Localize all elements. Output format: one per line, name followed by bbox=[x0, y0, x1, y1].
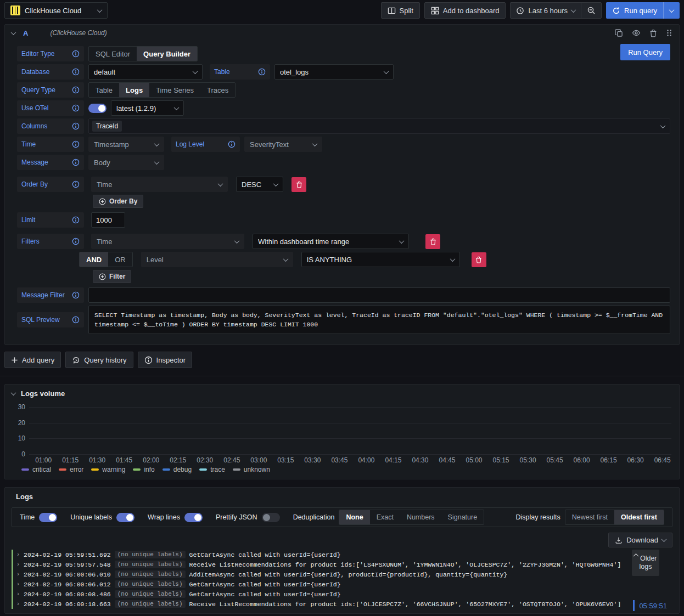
info-icon[interactable] bbox=[72, 122, 80, 130]
hide-query-eye-icon[interactable] bbox=[632, 29, 641, 37]
option-table[interactable]: Table bbox=[89, 83, 119, 97]
panel-run-query-button[interactable]: Run Query bbox=[620, 44, 670, 60]
log-row[interactable]: ›2024-02-19 06:00:18.663(no unique label… bbox=[12, 599, 672, 609]
info-icon[interactable] bbox=[72, 316, 80, 324]
collapse-logs-volume-icon[interactable] bbox=[11, 390, 16, 395]
y-axis-tick: 30 bbox=[18, 403, 25, 411]
collapse-query-icon[interactable] bbox=[11, 30, 16, 35]
limit-input[interactable]: 1000 bbox=[91, 212, 125, 228]
remove-filter1-button[interactable] bbox=[425, 234, 440, 249]
display-results-label: Display results bbox=[515, 513, 560, 521]
legend-item-debug[interactable]: debug bbox=[162, 466, 192, 473]
option-and[interactable]: AND bbox=[80, 252, 108, 267]
run-query-dropdown[interactable] bbox=[664, 2, 680, 19]
option-query-builder[interactable]: Query Builder bbox=[137, 47, 197, 61]
info-icon[interactable] bbox=[72, 159, 80, 166]
info-icon[interactable] bbox=[72, 238, 80, 245]
order-by-field-select[interactable]: Time bbox=[91, 177, 228, 192]
inspector-button[interactable]: Inspector bbox=[138, 352, 192, 368]
option-traces[interactable]: Traces bbox=[200, 83, 235, 97]
info-icon[interactable] bbox=[72, 68, 80, 76]
add-order-by-button[interactable]: Order By bbox=[93, 195, 143, 208]
wrap-lines-toggle[interactable] bbox=[184, 513, 203, 522]
log-row[interactable]: ›2024-02-19 06:00:08.486(no unique label… bbox=[12, 589, 672, 599]
x-axis-tick: 06:00 bbox=[574, 456, 590, 464]
option-logs[interactable]: Logs bbox=[119, 83, 149, 97]
filter2-field-select[interactable]: Level bbox=[141, 252, 293, 267]
option-signature[interactable]: Signature bbox=[441, 510, 484, 524]
info-icon[interactable] bbox=[72, 180, 80, 188]
log-level-select[interactable]: SeverityText bbox=[244, 137, 322, 152]
filter1-field-select[interactable]: Time bbox=[91, 234, 244, 249]
drag-handle-icon[interactable] bbox=[666, 29, 672, 37]
duplicate-query-icon[interactable] bbox=[615, 29, 623, 37]
zoom-out-button[interactable] bbox=[581, 3, 601, 18]
info-icon[interactable] bbox=[72, 216, 80, 224]
filter2-operator-select[interactable]: IS ANYTHING bbox=[301, 252, 460, 267]
legend-label: warning bbox=[102, 466, 125, 473]
legend-swatch bbox=[133, 468, 141, 471]
option-time-series[interactable]: Time Series bbox=[149, 83, 200, 97]
legend-item-warning[interactable]: warning bbox=[91, 466, 125, 473]
add-query-button[interactable]: Add query bbox=[4, 352, 61, 368]
option-exact[interactable]: Exact bbox=[370, 510, 400, 524]
columns-multiselect[interactable]: TraceId bbox=[88, 118, 670, 134]
time-toggle[interactable] bbox=[39, 513, 57, 522]
editor-type-segmented: SQL EditorQuery Builder bbox=[88, 46, 198, 61]
database-select[interactable]: default bbox=[88, 64, 203, 80]
unique-labels-control: Unique labels bbox=[70, 513, 134, 522]
delete-query-trash-icon[interactable] bbox=[649, 29, 657, 37]
message-filter-input[interactable] bbox=[88, 287, 670, 303]
option-none[interactable]: None bbox=[339, 510, 369, 524]
log-row[interactable]: ›2024-02-19 06:00:06.012(no unique label… bbox=[12, 579, 672, 589]
scroll-position-bar bbox=[633, 600, 635, 611]
log-row[interactable]: ›2024-02-19 05:59:57.548(no unique label… bbox=[12, 560, 672, 569]
add-to-dashboard-button[interactable]: Add to dashboard bbox=[424, 2, 506, 19]
message-column-select[interactable]: Body bbox=[88, 155, 164, 170]
legend-item-trace[interactable]: trace bbox=[199, 466, 225, 473]
trash-icon bbox=[296, 181, 302, 188]
info-icon[interactable] bbox=[72, 291, 80, 299]
use-otel-toggle[interactable] bbox=[88, 104, 106, 113]
x-axis-tick: 05:30 bbox=[520, 456, 536, 464]
time-range-picker[interactable]: Last 6 hours bbox=[511, 3, 581, 18]
column-chip[interactable]: TraceId bbox=[92, 121, 122, 132]
older-logs-button[interactable]: Older logs bbox=[632, 550, 659, 576]
x-axis-tick: 06:45 bbox=[654, 456, 671, 464]
legend-item-error[interactable]: error bbox=[59, 466, 83, 473]
table-select[interactable]: otel_logs bbox=[274, 64, 394, 80]
log-message: Receive ListRecommendations for product … bbox=[189, 561, 621, 568]
download-button[interactable]: Download bbox=[608, 533, 672, 547]
query-history-button[interactable]: Query history bbox=[65, 352, 133, 368]
time-column-select[interactable]: Timestamp bbox=[88, 137, 164, 152]
option-numbers[interactable]: Numbers bbox=[400, 510, 441, 524]
datasource-picker[interactable]: ClickHouse Cloud bbox=[4, 2, 108, 19]
legend-label: debug bbox=[173, 466, 192, 473]
log-row[interactable]: ›2024-02-19 06:00:06.010(no unique label… bbox=[12, 569, 672, 579]
order-by-direction-select[interactable]: DESC bbox=[236, 177, 283, 192]
run-query-button[interactable]: Run query bbox=[606, 2, 663, 19]
prettify-json-toggle[interactable] bbox=[262, 513, 280, 522]
option-oldest-first[interactable]: Oldest first bbox=[614, 510, 664, 524]
option-or[interactable]: OR bbox=[108, 252, 132, 267]
log-row[interactable]: ›2024-02-19 05:59:51.692(no unique label… bbox=[12, 550, 672, 560]
logs-volume-plot[interactable]: 3020100 bbox=[29, 408, 671, 455]
remove-filter2-button[interactable] bbox=[472, 252, 486, 267]
legend-item-critical[interactable]: critical bbox=[21, 466, 51, 473]
add-filter-button[interactable]: Filter bbox=[93, 270, 131, 283]
info-icon[interactable] bbox=[228, 140, 236, 148]
otel-version-select[interactable]: latest (1.2.9) bbox=[111, 100, 184, 116]
info-icon[interactable] bbox=[72, 50, 80, 58]
option-sql-editor[interactable]: SQL Editor bbox=[89, 47, 137, 61]
remove-order-by-button[interactable] bbox=[291, 177, 306, 192]
info-icon[interactable] bbox=[72, 140, 80, 148]
info-icon[interactable] bbox=[72, 104, 80, 112]
unique-labels-toggle[interactable] bbox=[116, 513, 134, 522]
filter1-operator-select[interactable]: Within dashboard time range bbox=[253, 234, 409, 249]
legend-item-info[interactable]: info bbox=[133, 466, 154, 473]
option-newest-first[interactable]: Newest first bbox=[565, 510, 614, 524]
info-icon[interactable] bbox=[258, 68, 266, 76]
info-icon[interactable] bbox=[72, 86, 80, 94]
legend-item-unknown[interactable]: unknown bbox=[233, 466, 270, 473]
split-button[interactable]: Split bbox=[381, 2, 420, 19]
